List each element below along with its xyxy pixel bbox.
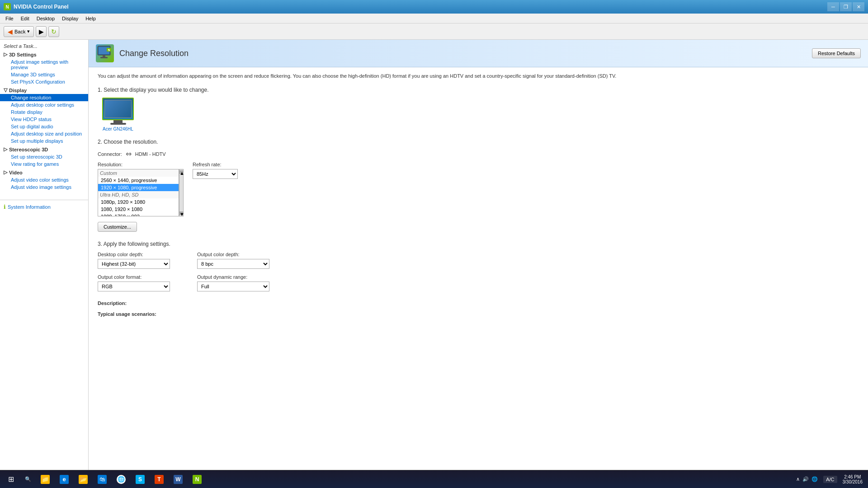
tree-header-video[interactable]: ▷ Video (0, 169, 88, 176)
taskbar-app-edge[interactable]: e (55, 472, 73, 487)
resolution-field-label: Resolution: (98, 162, 184, 167)
menu-desktop[interactable]: Desktop (33, 15, 58, 22)
sidebar-item-adjust-image[interactable]: Adjust image settings with preview (0, 58, 88, 71)
taskbar-tray: ∧ 🔊 🌐 (793, 476, 821, 482)
tree-header-stereo[interactable]: ▷ Stereoscopic 3D (0, 145, 88, 153)
info-icon: ℹ (4, 204, 6, 210)
connector-label: Connector: (98, 151, 122, 157)
monitor-container[interactable]: Acer GN246HL (98, 98, 138, 131)
refresh-col: Refresh rate: 60Hz 75Hz 85Hz 120Hz (193, 162, 238, 179)
tray-chevron[interactable]: ∧ (796, 476, 800, 482)
network-icon: 🌐 (811, 476, 818, 482)
sidebar-item-physx[interactable]: Set PhysX Configuration (0, 78, 88, 85)
sidebar-item-digital-audio[interactable]: Set up digital audio (0, 123, 88, 130)
search-icon: 🔍 (25, 476, 31, 482)
menu-display[interactable]: Display (58, 15, 82, 22)
res-item-1080-1768[interactable]: 1080, 1768 × 992 (98, 213, 179, 216)
sidebar-item-video-color[interactable]: Adjust video color settings (0, 176, 88, 183)
monitor-label: Acer GN246HL (103, 127, 133, 131)
sidebar-item-multiple-displays[interactable]: Set up multiple displays (0, 137, 88, 145)
system-info-link[interactable]: ℹ System Information (4, 204, 85, 210)
menu-file[interactable]: File (2, 15, 17, 22)
menu-help[interactable]: Help (82, 15, 99, 22)
menu-edit[interactable]: Edit (17, 15, 33, 22)
step2-title: 2. Choose the resolution. (98, 139, 859, 145)
res-group-custom: Custom (98, 169, 179, 177)
taskbar-app-skype[interactable]: S (131, 472, 149, 487)
res-item-2560[interactable]: 2560 × 1440, progressive (98, 177, 179, 184)
res-item-1080p[interactable]: 1080p, 868 × 488 (98, 198, 179, 206)
resolution-list[interactable]: Custom 2560 × 1440, progressive 1920 × 1… (98, 169, 179, 216)
clock-time: 2:46 PM (844, 474, 861, 479)
svg-text:N: N (108, 48, 110, 52)
output-color-format-select[interactable]: RGB YCbCr422 YCbCr444 (98, 282, 170, 291)
clock-date: 3/30/2016 (843, 479, 863, 484)
back-button[interactable]: ◀ Back ▾ (4, 26, 34, 37)
desktop-color-depth-select[interactable]: Highest (32-bit) 32-bit 16-bit 8-bit (98, 259, 170, 269)
svg-rect-3 (100, 57, 108, 58)
taskbar-app-nvidia[interactable]: N (188, 472, 206, 487)
taskbar-app-chrome[interactable]: 🌐 (112, 472, 130, 487)
minimize-button[interactable]: ─ (827, 2, 839, 11)
refresh-rate-select[interactable]: 60Hz 75Hz 85Hz 120Hz (193, 169, 238, 179)
forward-button[interactable]: ▶ (36, 26, 47, 37)
monitor-icon (102, 98, 134, 120)
typical-usage-section: Typical usage scenarios: (98, 311, 859, 317)
customize-button[interactable]: Customize... (98, 222, 137, 232)
taskbar-app-file-manager[interactable]: 📂 (74, 472, 92, 487)
tree-expand-icon-display: ▽ (4, 87, 7, 93)
step2-section: 2. Choose the resolution. Connector: ⇔ H… (98, 139, 859, 232)
tree-header-display[interactable]: ▽ Display (0, 86, 88, 94)
sidebar-item-video-image[interactable]: Adjust video image settings (0, 183, 88, 191)
taskbar-app-store[interactable]: 🛍 (93, 472, 111, 487)
taskbar-search-button[interactable]: 🔍 (21, 472, 35, 487)
sidebar-item-setup-stereo[interactable]: Set up stereoscopic 3D (0, 153, 88, 160)
res-item-1080[interactable]: 1080, 868 × 488 (98, 206, 179, 213)
back-arrow-icon: ◀ (8, 28, 13, 35)
tree-header-3d[interactable]: ▷ 3D Settings (0, 51, 88, 58)
output-dynamic-range-select[interactable]: Full Limited (197, 282, 269, 291)
taskbar-app-word[interactable]: W (169, 472, 187, 487)
output-color-format-field: Output color format: RGB YCbCr422 YCbCr4… (98, 274, 188, 291)
taskbar-clock[interactable]: 2:46 PM 3/30/2016 (839, 474, 867, 484)
close-button[interactable]: ✕ (853, 2, 864, 11)
taskbar-app-explorer[interactable]: 📁 (36, 472, 54, 487)
description-label: Description: (98, 300, 859, 306)
resolution-col: Resolution: Custom 2560 × 1440, progress… (98, 162, 184, 216)
sidebar-item-rotate[interactable]: Rotate display (0, 108, 88, 116)
refresh-button[interactable]: ↻ (48, 26, 59, 37)
taskbar-language[interactable]: A/C (823, 476, 837, 483)
output-color-format-label: Output color format: (98, 274, 188, 280)
title-bar-controls: ─ ❐ ✕ (827, 2, 864, 11)
tree-expand-icon-3d: ▷ (4, 52, 7, 57)
title-bar-left: N NVIDIA Control Panel (4, 3, 69, 10)
edge-icon: e (60, 475, 69, 484)
restore-defaults-button[interactable]: Restore Defaults (812, 48, 861, 58)
restore-button[interactable]: ❐ (840, 2, 852, 11)
connector-row: Connector: ⇔ HDMI - HDTV (98, 150, 859, 158)
main-description: You can adjust the amount of information… (98, 73, 859, 80)
sidebar-item-desktop-size[interactable]: Adjust desktop size and position (0, 130, 88, 137)
res-item-1920-selected[interactable]: 1920 × 1080, progressive (98, 184, 179, 191)
step1-section: 1. Select the display you would like to … (98, 87, 859, 131)
connector-cable-icon: ⇔ (126, 150, 132, 158)
connector-value: HDMI - HDTV (135, 151, 166, 157)
word-icon: W (174, 475, 183, 484)
output-color-depth-select[interactable]: 8 bpc 10 bpc 12 bpc (197, 259, 269, 269)
scrollbar[interactable]: ▲ ▼ (179, 169, 184, 216)
sidebar-item-change-resolution[interactable]: Change resolution (0, 94, 88, 101)
explorer-icon: 📁 (41, 475, 50, 484)
taskbar-app-teams[interactable]: T (150, 472, 168, 487)
monitor-row: Acer GN246HL (98, 98, 859, 131)
back-dropdown-icon: ▾ (27, 28, 30, 34)
sidebar-item-manage-3d[interactable]: Manage 3D settings (0, 71, 88, 78)
step3-section: 3. Apply the following settings. Desktop… (98, 241, 859, 291)
refresh-field-label: Refresh rate: (193, 162, 238, 167)
start-button[interactable]: ⊞ (2, 472, 20, 487)
sidebar: Select a Task... ▷ 3D Settings Adjust im… (0, 40, 89, 470)
sidebar-item-view-rating[interactable]: View rating for games (0, 160, 88, 168)
tree-header-label-display: Display (9, 88, 27, 93)
monitor-base (110, 123, 126, 125)
sidebar-item-desktop-color[interactable]: Adjust desktop color settings (0, 101, 88, 108)
sidebar-item-hdcp[interactable]: View HDCP status (0, 116, 88, 123)
